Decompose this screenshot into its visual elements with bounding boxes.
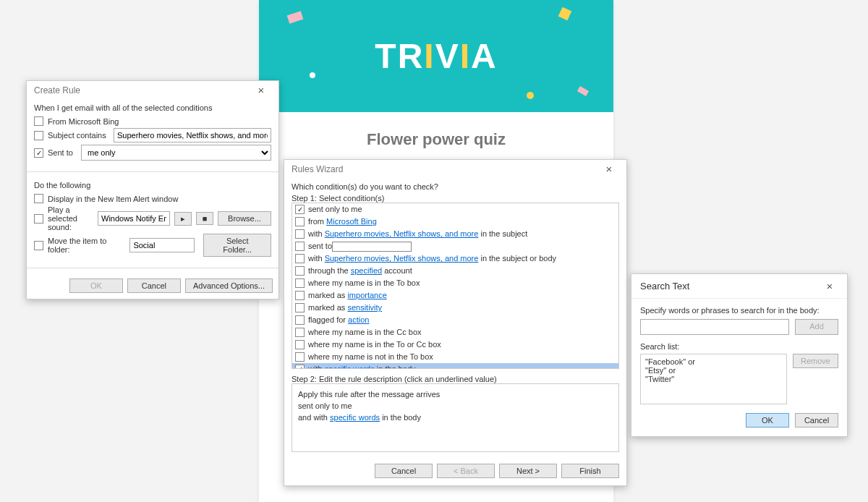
condition-link[interactable]: importance (347, 291, 386, 299)
condition-link[interactable]: specified (351, 266, 382, 275)
sent-to-select[interactable]: me only (81, 145, 271, 161)
condition-inline-input[interactable] (332, 242, 412, 252)
search-list-item[interactable]: "Twitter" (645, 375, 782, 383)
trivia-hero: TRIVIA (259, 0, 613, 112)
finish-button[interactable]: Finish (561, 464, 619, 478)
alert-label: Display in the New Item Alert window (48, 195, 178, 203)
search-list-item[interactable]: "Facebook" or (645, 357, 782, 366)
sent-to-label: Sent to (48, 148, 77, 157)
subject-label: Subject contains (48, 131, 109, 140)
condition-checkbox[interactable] (295, 278, 305, 288)
condition-checkbox[interactable] (295, 340, 305, 349)
condition-checkbox[interactable] (295, 303, 305, 312)
alert-checkbox[interactable] (34, 194, 43, 203)
sent-to-checkbox[interactable] (34, 148, 43, 158)
rule-description: Apply this rule after the message arrive… (292, 383, 619, 452)
condition-item[interactable]: where my name is in the To box (292, 277, 618, 289)
condition-link[interactable]: Superhero movies, Netflix shows, and mor… (325, 229, 479, 238)
condition-checkbox[interactable] (295, 352, 305, 362)
do-following-heading: Do the following (34, 181, 271, 190)
add-button[interactable]: Add (795, 319, 838, 335)
play-sound-icon[interactable]: ▸ (174, 212, 192, 226)
cancel-button[interactable]: Cancel (375, 464, 433, 478)
search-text-lead: Specify words or phrases to search for i… (640, 306, 838, 315)
step1-label: Step 1: Select condition(s) (292, 194, 619, 203)
condition-checkbox[interactable] (295, 205, 305, 214)
condition-link[interactable]: specific words (325, 365, 375, 369)
subject-checkbox[interactable] (34, 131, 43, 140)
close-icon[interactable]: × (818, 280, 841, 292)
condition-item[interactable]: flagged for action (292, 314, 618, 326)
search-text-dialog: Search Text × Specify words or phrases t… (631, 273, 848, 437)
condition-item[interactable]: sent to (292, 240, 618, 252)
browse-button[interactable]: Browse... (218, 211, 271, 226)
from-checkbox[interactable] (34, 116, 43, 126)
subject-input[interactable] (114, 128, 271, 142)
search-phrase-input[interactable] (640, 319, 789, 335)
ok-button[interactable]: OK (69, 278, 123, 293)
condition-link[interactable]: action (348, 315, 369, 324)
condition-item[interactable]: where my name is in the To or Cc box (292, 339, 618, 351)
move-label: Move the item to folder: (48, 237, 125, 254)
condition-item[interactable]: sent only to me (292, 203, 618, 216)
search-list-item[interactable]: "Etsy" or (645, 366, 782, 375)
condition-checkbox[interactable] (295, 291, 305, 300)
sound-checkbox[interactable] (34, 214, 43, 224)
wizard-question: Which condition(s) do you want to check? (292, 182, 619, 191)
condition-item[interactable]: marked as importance (292, 289, 618, 302)
rules-wizard-dialog: Rules Wizard × Which condition(s) do you… (284, 159, 627, 486)
create-rule-dialog: Create Rule × When I get email with all … (26, 80, 279, 299)
trivia-logo: TRIVIA (375, 36, 497, 76)
search-list-label: Search list: (640, 342, 838, 351)
close-icon[interactable]: × (597, 163, 621, 175)
create-rule-titlebar: Create Rule × (27, 81, 278, 99)
condition-item[interactable]: with Superhero movies, Netflix shows, an… (292, 252, 618, 265)
rules-wizard-title: Rules Wizard (292, 164, 343, 174)
condition-item[interactable]: with specific words in the body (292, 363, 618, 369)
condition-link[interactable]: Microsoft Bing (326, 217, 377, 226)
specific-words-link[interactable]: specific words (330, 413, 380, 422)
cancel-button[interactable]: Cancel (795, 413, 838, 427)
conditions-heading: When I get email with all of the selecte… (34, 103, 271, 112)
rules-wizard-titlebar: Rules Wizard × (284, 160, 626, 178)
sound-label: Play a selected sound: (48, 205, 93, 231)
sound-input[interactable] (98, 211, 170, 226)
condition-checkbox[interactable] (295, 266, 305, 276)
condition-item[interactable]: through the specified account (292, 265, 618, 277)
condition-item[interactable]: marked as sensitivity (292, 302, 618, 314)
move-checkbox[interactable] (34, 241, 43, 250)
ok-button[interactable]: OK (746, 413, 789, 427)
back-button[interactable]: < Back (437, 464, 495, 478)
condition-checkbox[interactable] (295, 328, 305, 337)
condition-checkbox[interactable] (295, 217, 305, 226)
condition-checkbox[interactable] (295, 254, 305, 263)
condition-item[interactable]: with Superhero movies, Netflix shows, an… (292, 228, 618, 240)
condition-item[interactable]: where my name is in the Cc box (292, 326, 618, 339)
step2-label: Step 2: Edit the rule description (click… (292, 375, 619, 383)
condition-link[interactable]: Superhero movies, Netflix shows, and mor… (325, 254, 479, 263)
close-icon[interactable]: × (250, 84, 273, 96)
quiz-title: Flower power quiz (259, 130, 613, 149)
condition-checkbox[interactable] (295, 242, 305, 251)
condition-checkbox[interactable] (295, 365, 305, 369)
search-text-title: Search Text (640, 281, 689, 292)
move-folder-input[interactable] (129, 238, 195, 252)
next-button[interactable]: Next > (499, 464, 557, 478)
condition-item[interactable]: from Microsoft Bing (292, 216, 618, 228)
from-label: From Microsoft Bing (48, 117, 119, 126)
search-list[interactable]: "Facebook" or"Etsy" or"Twitter" (640, 354, 787, 404)
condition-list[interactable]: sent only to mefrom Microsoft Bingwith S… (292, 203, 619, 369)
condition-item[interactable]: where my name is not in the To box (292, 351, 618, 363)
condition-checkbox[interactable] (295, 315, 305, 325)
advanced-options-button[interactable]: Advanced Options... (185, 278, 273, 293)
search-text-titlebar: Search Text × (631, 274, 847, 299)
stop-sound-icon[interactable]: ■ (196, 212, 213, 225)
create-rule-title: Create Rule (34, 85, 80, 95)
condition-checkbox[interactable] (295, 229, 305, 239)
condition-link[interactable]: sensitivity (347, 303, 382, 312)
cancel-button[interactable]: Cancel (127, 278, 181, 293)
select-folder-button[interactable]: Select Folder... (203, 234, 271, 257)
remove-button[interactable]: Remove (793, 354, 838, 368)
